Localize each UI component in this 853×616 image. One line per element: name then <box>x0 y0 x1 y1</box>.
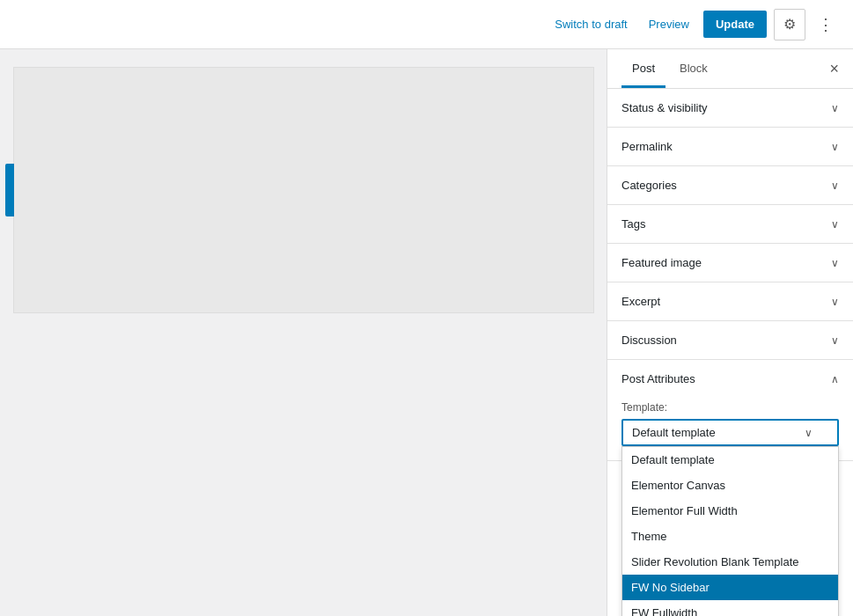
chevron-icon-discussion: ∨ <box>831 334 839 347</box>
block-handle[interactable] <box>5 164 14 216</box>
tab-post[interactable]: Post <box>621 49 665 88</box>
panel-categories: Categories∨ <box>607 166 853 205</box>
dropdown-option-elementor-canvas[interactable]: Elementor Canvas <box>622 473 838 498</box>
panel-header-status-visibility[interactable]: Status & visibility∨ <box>607 89 853 127</box>
editor-block[interactable] <box>13 67 594 313</box>
panel-label-featured-image: Featured image <box>621 256 702 269</box>
selected-template-text: Default template <box>632 426 716 439</box>
panel-label-discussion: Discussion <box>621 334 677 347</box>
template-select[interactable]: Default template∨ <box>621 419 839 446</box>
sidebar: Post Block × Status & visibility∨Permali… <box>607 49 853 616</box>
panel-label-post-attributes: Post Attributes <box>621 372 695 385</box>
panel-header-post-attributes[interactable]: Post Attributes∧ <box>607 360 853 398</box>
panel-post-attributes: Post Attributes∧Template:Default templat… <box>607 360 853 461</box>
chevron-icon-post-attributes: ∧ <box>831 373 839 385</box>
panel-header-categories[interactable]: Categories∨ <box>607 166 853 204</box>
panel-header-featured-image[interactable]: Featured image∨ <box>607 244 853 282</box>
template-select-wrapper: Default template∨Default templateElement… <box>621 419 839 446</box>
chevron-icon-categories: ∨ <box>831 180 839 192</box>
dropdown-option-slider-revolution[interactable]: Slider Revolution Blank Template <box>622 549 838 575</box>
panel-tags: Tags∨ <box>607 205 853 244</box>
settings-button[interactable]: ⚙ <box>774 9 805 40</box>
preview-link[interactable]: Preview <box>642 14 696 34</box>
chevron-icon-featured-image: ∨ <box>831 257 839 269</box>
toolbar: Switch to draft Preview Update ⚙ ⋮ <box>0 0 853 49</box>
panels-container: Status & visibility∨Permalink∨Categories… <box>607 89 853 461</box>
panel-label-excerpt: Excerpt <box>621 295 660 308</box>
editor-canvas <box>13 67 594 313</box>
chevron-icon-tags: ∨ <box>831 218 839 231</box>
panel-label-categories: Categories <box>621 179 677 192</box>
editor-area <box>0 49 607 616</box>
sidebar-tabs: Post Block × <box>607 49 853 89</box>
dropdown-option-fw-no-sidebar[interactable]: FW No Sidebar <box>622 575 838 600</box>
panel-label-tags: Tags <box>621 217 645 231</box>
panel-excerpt: Excerpt∨ <box>607 282 853 321</box>
more-icon: ⋮ <box>818 15 834 34</box>
gear-icon: ⚙ <box>783 16 796 33</box>
panel-label-permalink: Permalink <box>621 140 673 153</box>
tab-block[interactable]: Block <box>669 49 718 88</box>
panel-header-tags[interactable]: Tags∨ <box>607 205 853 243</box>
switch-to-draft-link[interactable]: Switch to draft <box>548 14 634 34</box>
sidebar-close-button[interactable]: × <box>829 49 839 88</box>
template-label: Template: <box>621 401 839 414</box>
panel-label-status-visibility: Status & visibility <box>621 101 708 114</box>
panel-header-permalink[interactable]: Permalink∨ <box>607 128 853 165</box>
more-options-button[interactable]: ⋮ <box>813 11 839 38</box>
dropdown-option-theme[interactable]: Theme <box>622 524 838 549</box>
panel-discussion: Discussion∨ <box>607 321 853 360</box>
chevron-icon-excerpt: ∨ <box>831 296 839 308</box>
dropdown-option-default[interactable]: Default template <box>622 447 838 473</box>
update-button[interactable]: Update <box>703 11 767 38</box>
panel-status-visibility: Status & visibility∨ <box>607 89 853 128</box>
panel-expanded-post-attributes: Template:Default template∨Default templa… <box>607 398 853 460</box>
chevron-icon-permalink: ∨ <box>831 141 839 153</box>
dropdown-option-elementor-full-width[interactable]: Elementor Full Width <box>622 498 838 524</box>
panel-header-excerpt[interactable]: Excerpt∨ <box>607 282 853 320</box>
panel-featured-image: Featured image∨ <box>607 244 853 282</box>
template-dropdown-list: Default templateElementor CanvasElemento… <box>621 446 839 616</box>
panel-header-discussion[interactable]: Discussion∨ <box>607 321 853 359</box>
panel-permalink: Permalink∨ <box>607 128 853 166</box>
dropdown-option-fw-fullwidth[interactable]: FW Fullwidth <box>622 600 838 616</box>
select-arrow-icon: ∨ <box>805 427 813 439</box>
chevron-icon-status-visibility: ∨ <box>831 102 839 114</box>
